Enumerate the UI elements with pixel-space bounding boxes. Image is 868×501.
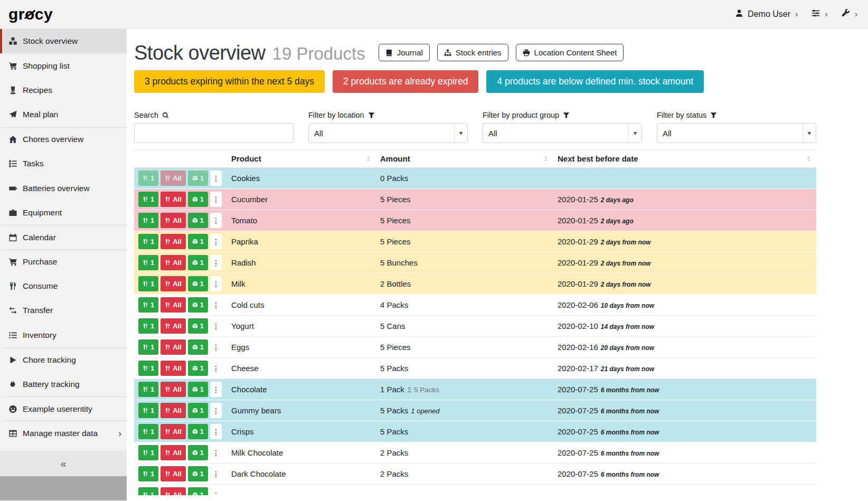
row-menu-button[interactable]: ⋮: [210, 487, 222, 495]
open-one-button[interactable]: 1: [188, 213, 208, 228]
consume-one-button[interactable]: 1: [138, 339, 158, 355]
sidebar-item-meal-plan[interactable]: Meal plan: [0, 102, 127, 127]
sidebar-item-battery-tracking[interactable]: Battery tracking: [0, 372, 127, 396]
open-one-button[interactable]: 1: [188, 255, 208, 270]
row-menu-button[interactable]: ⋮: [210, 466, 222, 481]
consume-all-button[interactable]: All: [161, 339, 186, 355]
consume-one-button[interactable]: 1: [138, 276, 158, 291]
sidebar-item-calendar[interactable]: Calendar: [0, 225, 127, 249]
row-menu-button[interactable]: ⋮: [210, 276, 222, 291]
sidebar-item-consume[interactable]: Consume: [0, 274, 127, 298]
column-header[interactable]: Next best before date: [553, 150, 816, 168]
consume-all-button[interactable]: All: [161, 297, 186, 313]
open-one-button[interactable]: 1: [188, 445, 208, 460]
consume-all-button[interactable]: All: [161, 424, 186, 439]
sidebar-item-stock-overview[interactable]: Stock overview: [0, 29, 127, 53]
row-menu-button[interactable]: ⋮: [210, 297, 222, 313]
open-one-button[interactable]: 1: [188, 276, 208, 291]
consume-all-button[interactable]: All: [161, 318, 186, 334]
status-select[interactable]: All▾: [657, 123, 816, 143]
consume-one-button[interactable]: 1: [138, 192, 158, 207]
sidebar-collapse-button[interactable]: «: [0, 451, 127, 476]
open-one-button[interactable]: 1: [188, 234, 208, 249]
open-one-button[interactable]: 1: [188, 192, 208, 207]
row-menu-button[interactable]: ⋮: [210, 234, 222, 249]
open-one-button[interactable]: 1: [188, 466, 208, 481]
consume-one-button[interactable]: 1: [138, 171, 158, 186]
column-label: Amount: [380, 154, 410, 163]
consume-all-button[interactable]: All: [161, 466, 186, 481]
sidebar-item-chore-tracking[interactable]: Chore tracking: [0, 347, 127, 372]
sidebar-item-tasks[interactable]: Tasks: [0, 152, 127, 176]
settings-menu[interactable]: ›: [812, 9, 827, 20]
journal-button[interactable]: Journal: [379, 44, 430, 61]
consume-one-button[interactable]: 1: [138, 403, 158, 418]
app-logo[interactable]: grocy: [8, 5, 53, 23]
user-menu[interactable]: Demo User ›: [735, 9, 798, 20]
alert-expired[interactable]: 2 products are already expired: [333, 70, 478, 93]
consume-one-button[interactable]: 1: [138, 234, 158, 249]
consume-all-button[interactable]: All: [161, 382, 186, 397]
consume-one-button[interactable]: 1: [138, 297, 158, 313]
consume-one-button[interactable]: 1: [138, 487, 158, 495]
consume-all-button[interactable]: All: [161, 213, 186, 228]
consume-all-button[interactable]: All: [161, 192, 186, 207]
sidebar-item-recipes[interactable]: Recipes: [0, 78, 127, 102]
row-menu-button[interactable]: ⋮: [210, 192, 222, 207]
consume-all-button[interactable]: All: [161, 445, 186, 460]
open-one-button[interactable]: 1: [188, 171, 208, 186]
row-menu-button[interactable]: ⋮: [210, 213, 222, 228]
row-menu-button[interactable]: ⋮: [210, 382, 222, 397]
product-group-select[interactable]: All▾: [483, 123, 642, 143]
row-menu-button[interactable]: ⋮: [210, 403, 222, 418]
consume-one-button[interactable]: 1: [138, 361, 158, 376]
consume-all-button[interactable]: All: [161, 255, 186, 270]
sidebar-item-manage-master-data[interactable]: Manage master data›: [0, 421, 127, 445]
sidebar-item-shopping-list[interactable]: Shopping list: [0, 53, 127, 78]
consume-all-button[interactable]: All: [161, 487, 186, 495]
row-menu-button[interactable]: ⋮: [210, 255, 222, 270]
column-header[interactable]: Product: [227, 150, 376, 168]
open-one-button[interactable]: 1: [188, 361, 208, 376]
open-one-button[interactable]: 1: [188, 382, 208, 397]
open-one-button[interactable]: 1: [188, 487, 208, 495]
consume-all-button[interactable]: All: [161, 361, 186, 376]
location-select[interactable]: All▾: [308, 123, 468, 143]
consume-one-button[interactable]: 1: [138, 318, 158, 334]
column-header[interactable]: Amount: [376, 150, 553, 168]
sidebar-item-purchase[interactable]: Purchase: [0, 250, 127, 274]
consume-one-button[interactable]: 1: [138, 255, 158, 270]
alert-expiring[interactable]: 3 products expiring within the next 5 da…: [134, 70, 325, 93]
open-one-button[interactable]: 1: [188, 403, 208, 418]
row-menu-button[interactable]: ⋮: [210, 171, 222, 186]
consume-all-button[interactable]: All: [161, 234, 186, 249]
sidebar-item-equipment[interactable]: Equipment: [0, 201, 127, 225]
sidebar-item-inventory[interactable]: Inventory: [0, 323, 127, 347]
open-one-button[interactable]: 1: [188, 424, 208, 439]
consume-one-button[interactable]: 1: [138, 466, 158, 481]
consume-one-button[interactable]: 1: [138, 445, 158, 460]
consume-all-button[interactable]: All: [161, 171, 186, 186]
open-one-button[interactable]: 1: [188, 318, 208, 334]
stock-entries-button[interactable]: Stock entries: [437, 44, 508, 61]
sidebar-item-transfer[interactable]: Transfer: [0, 298, 127, 323]
consume-one-button[interactable]: 1: [138, 424, 158, 439]
row-menu-button[interactable]: ⋮: [210, 361, 222, 376]
location-content-sheet-button[interactable]: Location Content Sheet: [516, 44, 624, 61]
row-menu-button[interactable]: ⋮: [210, 339, 222, 355]
alert-below-min-stock[interactable]: 4 products are below defined min. stock …: [486, 70, 704, 93]
open-one-button[interactable]: 1: [188, 339, 208, 355]
admin-menu[interactable]: ›: [842, 9, 857, 20]
consume-one-button[interactable]: 1: [138, 382, 158, 397]
sidebar-item-example-userentity[interactable]: Example userentity: [0, 396, 127, 421]
search-input[interactable]: [134, 123, 294, 143]
open-one-button[interactable]: 1: [188, 297, 208, 313]
sidebar-item-batteries-overview[interactable]: Batteries overview: [0, 176, 127, 200]
row-menu-button[interactable]: ⋮: [210, 445, 222, 460]
consume-all-button[interactable]: All: [161, 403, 186, 418]
row-menu-button[interactable]: ⋮: [210, 424, 222, 439]
consume-all-button[interactable]: All: [161, 276, 186, 291]
sidebar-item-chores-overview[interactable]: Chores overview: [0, 127, 127, 152]
consume-one-button[interactable]: 1: [138, 213, 158, 228]
row-menu-button[interactable]: ⋮: [210, 318, 222, 334]
